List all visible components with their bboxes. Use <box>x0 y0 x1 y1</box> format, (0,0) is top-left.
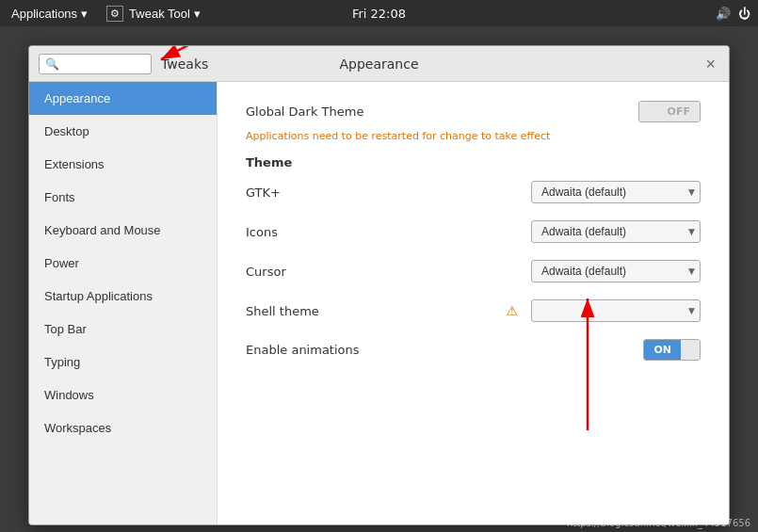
cursor-row: Cursor Adwaita (default) <box>246 260 701 282</box>
shell-theme-label: Shell theme <box>246 304 506 318</box>
gtk-label: GTK+ <box>246 185 531 200</box>
content-area: Appearance Desktop Extensions Fonts Keyb… <box>29 82 729 524</box>
toggle-on-part <box>639 102 658 121</box>
icons-dropdown[interactable]: Adwaita (default) <box>531 220 701 243</box>
enable-animations-row: Enable animations ON <box>246 339 701 361</box>
search-box[interactable]: 🔍 <box>39 54 152 74</box>
sidebar-item-typing[interactable]: Typing <box>29 346 217 379</box>
global-dark-theme-row: Global Dark Theme OFF <box>246 101 701 122</box>
applications-arrow: ▾ <box>81 7 88 21</box>
enable-animations-toggle[interactable]: ON <box>643 339 701 361</box>
main-panel-inner: Global Dark Theme OFF Applications need … <box>246 101 701 506</box>
gtk-row: GTK+ Adwaita (default) <box>246 181 701 203</box>
animations-off-part <box>681 340 700 360</box>
gtk-dropdown-wrapper: Adwaita (default) <box>531 181 701 203</box>
system-bar-left: Applications ▾ ⚙ Tweak Tool ▾ <box>8 4 204 24</box>
shell-theme-dropdown[interactable] <box>531 299 701 322</box>
sidebar-item-workspaces[interactable]: Workspaces <box>29 411 217 444</box>
toggle-off-part: OFF <box>658 102 700 121</box>
global-dark-theme-control: OFF <box>638 101 701 122</box>
sidebar: Appearance Desktop Extensions Fonts Keyb… <box>29 82 218 524</box>
window-title: Appearance <box>339 56 418 72</box>
shell-theme-warning-icon: ⚠ <box>506 303 518 318</box>
sidebar-item-power[interactable]: Power <box>29 247 217 280</box>
theme-section-title: Theme <box>246 155 701 169</box>
icons-label: Icons <box>246 225 531 239</box>
tweak-tool-label: Tweak Tool <box>129 7 190 21</box>
sidebar-item-appearance[interactable]: Appearance <box>29 82 217 115</box>
sidebar-item-windows[interactable]: Windows <box>29 379 217 411</box>
title-bar: 🔍 Tweaks Appearance × <box>29 46 729 82</box>
tweak-tool-arrow: ▾ <box>194 7 201 21</box>
shell-theme-control: ⚠ <box>506 299 701 322</box>
watermark: https://blog.csdn.net/weixin_44517656 <box>567 518 750 528</box>
system-time: Fri 22:08 <box>352 7 406 21</box>
main-window: 🔍 Tweaks Appearance × Appearance Desktop… <box>28 45 730 525</box>
sidebar-item-startup-applications[interactable]: Startup Applications <box>29 280 217 313</box>
system-bar: Applications ▾ ⚙ Tweak Tool ▾ Fri 22:08 … <box>0 0 758 26</box>
enable-animations-label: Enable animations <box>246 343 643 357</box>
icons-row: Icons Adwaita (default) <box>246 220 701 243</box>
icons-dropdown-wrapper: Adwaita (default) <box>531 220 701 243</box>
power-icon[interactable]: ⏻ <box>738 7 750 21</box>
volume-icon: 🔊 <box>716 7 731 21</box>
cursor-label: Cursor <box>246 265 531 279</box>
global-dark-theme-label: Global Dark Theme <box>246 105 638 119</box>
applications-label: Applications <box>11 7 77 21</box>
sidebar-item-top-bar[interactable]: Top Bar <box>29 313 217 346</box>
sidebar-item-fonts[interactable]: Fonts <box>29 181 217 214</box>
shell-theme-row: Shell theme ⚠ <box>246 299 701 322</box>
cursor-dropdown-wrapper: Adwaita (default) <box>531 260 701 282</box>
shell-theme-dropdown-wrapper <box>531 299 701 322</box>
tweak-tool-menu[interactable]: ⚙ Tweak Tool ▾ <box>103 4 204 24</box>
warning-text: Applications need to be restarted for ch… <box>246 130 701 142</box>
cursor-dropdown[interactable]: Adwaita (default) <box>531 260 701 282</box>
app-name-label: Tweaks <box>161 56 208 72</box>
animations-on-part: ON <box>644 340 681 360</box>
tweak-tool-icon: ⚙ <box>106 6 123 22</box>
search-icon: 🔍 <box>45 57 59 71</box>
global-dark-theme-toggle[interactable]: OFF <box>638 101 701 122</box>
enable-animations-control: ON <box>643 339 701 361</box>
applications-menu[interactable]: Applications ▾ <box>8 5 91 23</box>
window-wrapper: 🔍 Tweaks Appearance × Appearance Desktop… <box>0 26 758 532</box>
sidebar-item-extensions[interactable]: Extensions <box>29 148 217 181</box>
system-bar-right: 🔊 ⏻ <box>716 7 750 21</box>
sidebar-item-desktop[interactable]: Desktop <box>29 115 217 148</box>
search-input[interactable] <box>63 57 138 71</box>
gtk-dropdown[interactable]: Adwaita (default) <box>531 181 701 203</box>
close-button[interactable]: × <box>702 54 719 74</box>
sidebar-item-keyboard-mouse[interactable]: Keyboard and Mouse <box>29 214 217 247</box>
main-panel: Global Dark Theme OFF Applications need … <box>218 82 729 524</box>
